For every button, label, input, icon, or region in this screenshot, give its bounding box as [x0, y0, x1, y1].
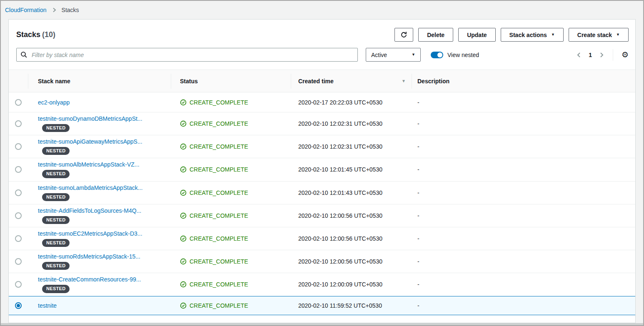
nested-badge: NESTED	[42, 285, 70, 293]
radio-button[interactable]	[15, 143, 22, 150]
stack-name-cell: testnite-CreateCommonResources-99... NES…	[28, 276, 171, 293]
previous-page-button[interactable]	[576, 52, 582, 58]
created-time-value: 2020-02-10 11:59:52 UTC+0530	[291, 302, 412, 309]
create-stack-label: Create stack	[577, 32, 612, 38]
table-row[interactable]: testnite-sumoDynamoDBMetricsAppSt... NES…	[9, 112, 635, 135]
app-window: CloudFormation Stacks Stacks(10) Del	[0, 0, 644, 326]
status-cell: CREATE_COMPLETE	[171, 120, 291, 127]
table-row[interactable]: testnite-CreateCommonResources-99... NES…	[9, 273, 635, 296]
table-row[interactable]: ec2-onlyapp CREATE_COMPLETE 2020-02-17 2…	[9, 92, 635, 112]
update-button[interactable]: Update	[458, 28, 495, 42]
radio-button[interactable]	[15, 189, 22, 196]
column-header-description[interactable]: Description	[412, 70, 635, 92]
table-row[interactable]: testnite-sumoRdsMetricsAppStack-15... NE…	[9, 250, 635, 273]
stack-actions-button[interactable]: Stack actions ▼	[501, 28, 564, 42]
delete-button[interactable]: Delete	[418, 28, 453, 42]
table-row[interactable]: testnite-AddFieldsToLogSources-M4Q... NE…	[9, 204, 635, 227]
settings-gear-icon[interactable]: ⚙	[622, 51, 629, 59]
bottom-edge	[1, 323, 643, 325]
stack-name-cell: testnite-sumoRdsMetricsAppStack-15... NE…	[28, 253, 171, 270]
status-text: CREATE_COMPLETE	[190, 302, 248, 309]
stack-actions-label: Stack actions	[509, 32, 547, 38]
nested-badge: NESTED	[42, 170, 70, 178]
selection-cell	[9, 281, 28, 288]
description-value: -	[412, 302, 635, 309]
status-success-icon	[180, 212, 187, 219]
status-text: CREATE_COMPLETE	[190, 99, 248, 106]
created-time-value: 2020-02-10 12:01:45 UTC+0530	[291, 166, 412, 173]
status-text: CREATE_COMPLETE	[190, 166, 248, 173]
stack-name-cell: ec2-onlyapp	[28, 99, 171, 106]
delete-button-label: Delete	[427, 32, 444, 38]
selection-cell	[9, 302, 28, 309]
page-content: Stacks(10) Delete Update Sta	[1, 19, 643, 323]
stack-name-link[interactable]: testnite-sumoAlbMetricsAppStack-VZ...	[38, 161, 140, 168]
nested-badge: NESTED	[42, 262, 70, 270]
status-filter-value: Active	[371, 52, 387, 58]
stack-name-link[interactable]: testnite-sumoLambdaMetricsAppStack...	[38, 184, 142, 191]
table-header-row: Stack name Status Created time ▼ Descrip…	[9, 70, 635, 92]
radio-button[interactable]	[15, 99, 22, 106]
status-cell: CREATE_COMPLETE	[171, 166, 291, 173]
divider	[613, 49, 613, 61]
caret-down-icon: ▼	[616, 33, 620, 37]
caret-down-icon: ▼	[551, 33, 555, 37]
status-cell: CREATE_COMPLETE	[171, 99, 291, 106]
stack-filter-input[interactable]	[16, 48, 358, 62]
page-title: Stacks(10)	[16, 30, 55, 39]
create-stack-button[interactable]: Create stack ▼	[569, 28, 629, 42]
next-page-button[interactable]	[599, 52, 604, 58]
toggle-knob	[437, 52, 442, 57]
status-filter-select[interactable]: Active ▼	[366, 48, 421, 62]
breadcrumb-cloudformation[interactable]: CloudFormation	[5, 7, 47, 13]
table-row[interactable]: testnite-sumoLambdaMetricsAppStack... NE…	[9, 182, 635, 204]
search-icon	[20, 51, 27, 60]
stack-name-link[interactable]: testnite-sumoRdsMetricsAppStack-15...	[38, 253, 140, 260]
status-text: CREATE_COMPLETE	[190, 235, 248, 242]
current-page-number[interactable]: 1	[589, 52, 592, 58]
refresh-button[interactable]	[394, 28, 413, 42]
breadcrumb-chevron-icon	[52, 7, 57, 13]
view-nested-toggle[interactable]	[431, 52, 443, 58]
table-row[interactable]: testnite-sumoApiGatewayMetricsAppS... NE…	[9, 135, 635, 158]
table-row[interactable]: testnite-sumoAlbMetricsAppStack-VZ... NE…	[9, 158, 635, 181]
radio-button[interactable]	[15, 281, 22, 288]
description-value: -	[412, 189, 635, 196]
stack-name-link[interactable]: testnite-CreateCommonResources-99...	[38, 276, 141, 283]
selection-cell	[9, 235, 28, 242]
table-body: ec2-onlyapp CREATE_COMPLETE 2020-02-17 2…	[9, 92, 635, 315]
radio-button[interactable]	[15, 235, 22, 242]
refresh-icon	[400, 31, 407, 38]
stack-name-link[interactable]: testnite-sumoEC2MetricsAppStack-D3...	[38, 230, 142, 237]
radio-button[interactable]	[15, 120, 22, 127]
stack-name-link[interactable]: ec2-onlyapp	[38, 99, 70, 106]
created-time-value: 2020-02-10 12:01:43 UTC+0530	[291, 189, 412, 196]
view-nested-control: View nested	[431, 52, 479, 58]
table-row[interactable]: testnite-sumoEC2MetricsAppStack-D3... NE…	[9, 227, 635, 250]
stack-name-link[interactable]: testnite-AddFieldsToLogSources-M4Q...	[38, 207, 141, 214]
toolbar: Delete Update Stack actions ▼ Create sta…	[394, 28, 629, 42]
stack-name-link[interactable]: testnite-sumoApiGatewayMetricsAppS...	[38, 138, 142, 145]
selection-cell	[9, 99, 28, 106]
breadcrumb-stacks: Stacks	[62, 7, 79, 13]
table-row[interactable]: testnite CREATE_COMPLETE 2020-02-10 11:5…	[9, 296, 635, 315]
nested-badge: NESTED	[42, 147, 70, 155]
sort-descending-icon[interactable]: ▼	[402, 79, 406, 83]
radio-button[interactable]	[15, 302, 22, 309]
stack-name-link[interactable]: testnite-sumoDynamoDBMetricsAppSt...	[38, 115, 142, 122]
column-header-status[interactable]: Status	[171, 70, 291, 92]
stack-name-cell: testnite-sumoDynamoDBMetricsAppSt... NES…	[28, 115, 171, 132]
created-time-value: 2020-02-10 12:02:31 UTC+0530	[291, 120, 412, 127]
radio-button[interactable]	[15, 166, 22, 173]
column-header-stack-name[interactable]: Stack name	[28, 70, 171, 92]
created-time-value: 2020-02-17 20:22:03 UTC+0530	[291, 99, 412, 106]
nested-badge: NESTED	[42, 193, 70, 201]
panel-header: Stacks(10) Delete Update Sta	[9, 20, 635, 42]
radio-button[interactable]	[15, 258, 22, 265]
stack-name-link[interactable]: testnite	[38, 302, 57, 309]
status-cell: CREATE_COMPLETE	[171, 235, 291, 242]
stack-name-cell: testnite-sumoEC2MetricsAppStack-D3... NE…	[28, 230, 171, 247]
column-header-created-time[interactable]: Created time ▼	[291, 70, 412, 92]
radio-button[interactable]	[15, 212, 22, 219]
stack-name-cell: testnite-sumoLambdaMetricsAppStack... NE…	[28, 184, 171, 201]
